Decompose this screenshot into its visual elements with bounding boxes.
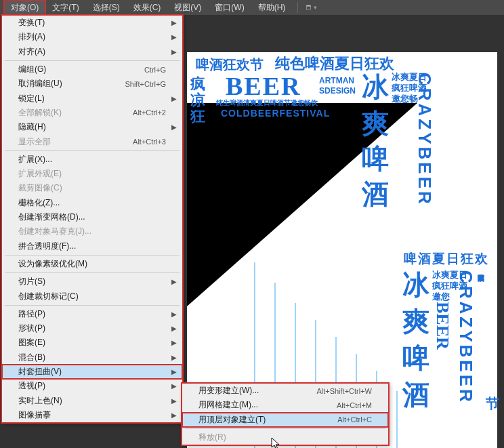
submenu-item-0[interactable]: 用变形建立(W)...Alt+Shift+Ctrl+W bbox=[182, 384, 388, 398]
menu-window[interactable]: 窗口(W) bbox=[208, 0, 251, 16]
menu-item-label: 实时上色(N) bbox=[18, 395, 62, 407]
menu-text[interactable]: 文字(T) bbox=[45, 0, 85, 16]
menu-item-n[interactable]: 实时上色(N)▶ bbox=[2, 393, 182, 407]
menu-item-h[interactable]: 隐藏(H)▶ bbox=[2, 120, 182, 134]
menu-item-m[interactable]: 设为像素级优化(M) bbox=[2, 257, 182, 271]
document-arrangement-icon[interactable]: ▾ bbox=[306, 2, 317, 13]
menu-item-label: 图案(E) bbox=[18, 337, 45, 348]
menu-item-p[interactable]: 透视(P)▶ bbox=[2, 379, 182, 393]
menu-item-label: 栅格化(Z)... bbox=[18, 197, 60, 209]
menu-item-s[interactable]: 切片(S)▶ bbox=[2, 274, 182, 289]
menu-item-label: 设为像素级优化(M) bbox=[18, 258, 87, 270]
menu-item-label: 扩展(X)... bbox=[18, 154, 52, 165]
submenu-item-label: 释放(R) bbox=[198, 432, 226, 443]
artwork-text: 啤 bbox=[402, 340, 429, 377]
menu-item-p[interactable]: 形状(P)▶ bbox=[2, 321, 182, 335]
menu-item-a[interactable]: 排列(A)▶ bbox=[2, 30, 182, 44]
menu-separator bbox=[5, 255, 180, 256]
menu-item-label: 排列(A) bbox=[18, 31, 45, 43]
menu-item-x[interactable]: 扩展(X)... bbox=[2, 152, 182, 167]
menu-item-label: 全部解锁(K) bbox=[18, 107, 62, 119]
menu-item-l[interactable]: 锁定(L)▶ bbox=[2, 91, 182, 105]
submenu-item-label: 用变形建立(W)... bbox=[198, 385, 259, 396]
menu-item-label: 透视(P) bbox=[18, 380, 45, 392]
submenu-arrow-icon: ▶ bbox=[171, 278, 177, 285]
menu-item-t[interactable]: 变换(T)▶ bbox=[2, 16, 182, 30]
menu-help[interactable]: 帮助(H) bbox=[251, 0, 293, 16]
submenu-arrow-icon: ▶ bbox=[171, 310, 177, 318]
artwork-text: ARTMAN bbox=[319, 76, 354, 85]
menu-effect[interactable]: 效果(C) bbox=[127, 0, 168, 16]
artwork-text: 爽 bbox=[362, 105, 389, 142]
menu-item-e[interactable]: 图案(E)▶ bbox=[2, 335, 182, 350]
artwork-text: CRAZYBEER bbox=[455, 270, 476, 405]
toolbar-divider bbox=[297, 2, 298, 13]
menu-item-[interactable]: 图像描摹▶ bbox=[2, 408, 182, 422]
submenu-arrow-icon: ▶ bbox=[171, 48, 177, 56]
artwork-text: 酒 bbox=[362, 176, 389, 213]
menu-item-: 显示全部Alt+Ctrl+3 bbox=[2, 134, 182, 148]
submenu-arrow-icon: ▶ bbox=[171, 123, 177, 131]
submenu-arrow-icon: ▶ bbox=[171, 368, 177, 375]
artwork-text: COLDBEERFESTIVAL bbox=[221, 108, 330, 119]
menu-item-label: 裁剪图像(C) bbox=[18, 182, 62, 194]
submenu-shortcut: Alt+Ctrl+C bbox=[337, 415, 372, 424]
menu-item-label: 封套扭曲(V) bbox=[18, 366, 62, 378]
menu-item-b[interactable]: 混合(B)▶ bbox=[2, 350, 182, 365]
menu-item-label: 对齐(A) bbox=[18, 46, 45, 58]
menu-shortcut: Ctrl+G bbox=[144, 66, 166, 74]
menu-shortcut: Alt+Ctrl+2 bbox=[133, 108, 166, 117]
submenu-item-3: 释放(R) bbox=[182, 430, 388, 445]
artwork-text: 冰 bbox=[402, 266, 429, 304]
menu-item-k: 全部解锁(K)Alt+Ctrl+2 bbox=[2, 106, 182, 120]
menu-item-u[interactable]: 取消编组(U)Shift+Ctrl+G bbox=[2, 77, 182, 91]
submenu-item-2[interactable]: 用顶层对象建立(T)Alt+Ctrl+C bbox=[182, 413, 388, 427]
menu-item-g[interactable]: 编组(G)Ctrl+G bbox=[2, 62, 182, 77]
menu-item-label: 路径(P) bbox=[18, 308, 45, 320]
menu-item-label: 显示全部 bbox=[18, 136, 51, 148]
menu-item-label: 扩展外观(E) bbox=[18, 168, 62, 180]
envelope-distort-submenu[interactable]: 用变形建立(W)...Alt+Shift+Ctrl+W用网格建立(M)...Al… bbox=[182, 383, 389, 445]
menu-item-a[interactable]: 对齐(A)▶ bbox=[2, 45, 182, 59]
artwork-text: 酒 bbox=[402, 376, 429, 413]
object-dropdown-menu[interactable]: 变换(T)▶排列(A)▶对齐(A)▶编组(G)Ctrl+G取消编组(U)Shif… bbox=[1, 15, 183, 423]
submenu-arrow-icon: ▶ bbox=[171, 339, 177, 346]
menu-separator bbox=[5, 305, 180, 306]
artwork-text: 冰 bbox=[362, 68, 389, 106]
menu-select[interactable]: 选择(S) bbox=[86, 0, 127, 16]
menu-item-c: 裁剪图像(C) bbox=[2, 181, 182, 195]
artwork-text: CRAZYBEER bbox=[414, 73, 435, 207]
menu-item-p[interactable]: 路径(P)▶ bbox=[2, 307, 182, 321]
submenu-arrow-icon: ▶ bbox=[171, 382, 177, 390]
submenu-arrow-icon: ▶ bbox=[171, 325, 177, 332]
submenu-arrow-icon: ▶ bbox=[171, 397, 177, 405]
menu-item-d[interactable]: 创建渐变网格(D)... bbox=[2, 210, 182, 224]
menu-item-label: 创建裁切标记(C) bbox=[18, 291, 79, 302]
menu-item-v[interactable]: 封套扭曲(V)▶ bbox=[2, 365, 182, 379]
artwork-text: BEER bbox=[432, 302, 453, 350]
menu-view[interactable]: 视图(V) bbox=[167, 0, 208, 16]
menu-item-f[interactable]: 拼合透明度(F)... bbox=[2, 239, 182, 253]
menu-object[interactable]: 对象(O) bbox=[4, 0, 45, 16]
menu-item-e: 扩展外观(E) bbox=[2, 167, 182, 181]
artwork-text: 纯生啤酒清爽夏日啤酒节邀您畅饮 bbox=[216, 98, 318, 108]
chevron-down-icon: ▾ bbox=[314, 4, 317, 11]
artwork-text: 爽 bbox=[402, 303, 429, 340]
menu-item-label: 图像描摹 bbox=[18, 409, 51, 421]
submenu-arrow-icon: ▶ bbox=[171, 411, 177, 419]
menu-item-j: 创建对象马赛克(J)... bbox=[2, 224, 182, 239]
menu-separator bbox=[185, 428, 385, 429]
submenu-arrow-icon: ▶ bbox=[171, 19, 177, 26]
menu-item-label: 形状(P) bbox=[18, 323, 45, 334]
submenu-arrow-icon: ▶ bbox=[171, 95, 177, 102]
menu-item-label: 混合(B) bbox=[18, 352, 45, 363]
menu-shortcut: Shift+Ctrl+G bbox=[125, 80, 166, 88]
artwork-text: 啤 bbox=[362, 140, 389, 178]
menu-item-z[interactable]: 栅格化(Z)... bbox=[2, 196, 182, 210]
submenu-item-1[interactable]: 用网格建立(M)...Alt+Ctrl+M bbox=[182, 398, 388, 412]
menu-item-label: 变换(T) bbox=[18, 17, 45, 28]
menu-separator bbox=[5, 150, 180, 151]
menu-item-c[interactable]: 创建裁切标记(C) bbox=[2, 289, 182, 303]
menu-item-label: 创建渐变网格(D)... bbox=[18, 211, 85, 223]
artwork-text: SDESIGN bbox=[319, 86, 356, 96]
